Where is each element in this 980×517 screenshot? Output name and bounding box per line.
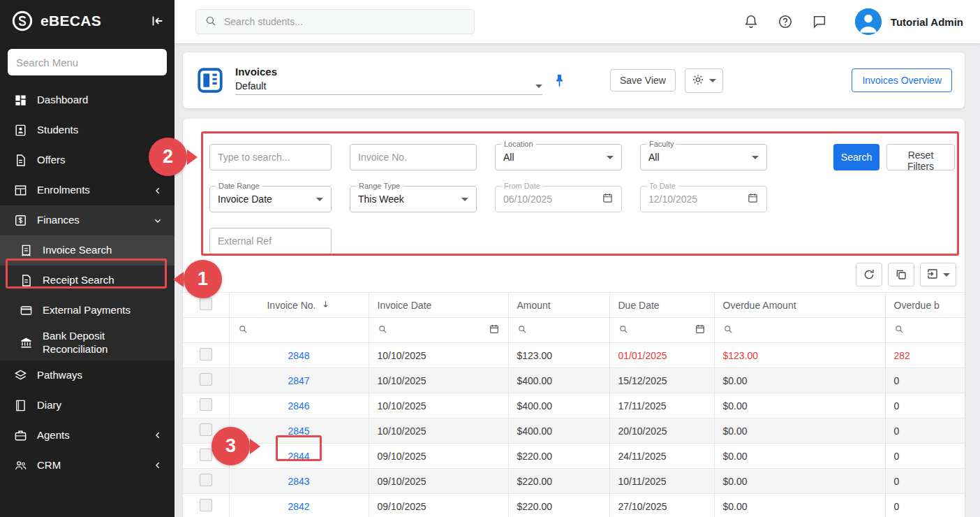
- sidebar-item-students[interactable]: Students: [0, 115, 175, 145]
- column-header-invoice-no[interactable]: Invoice No.: [229, 293, 369, 318]
- student-search-input[interactable]: [224, 16, 454, 27]
- chevron-down-icon: [943, 273, 950, 277]
- bank-deposit-icon: [20, 336, 33, 349]
- view-select[interactable]: Default: [235, 80, 542, 95]
- sidebar-item-receipt-search[interactable]: Receipt Search: [0, 265, 175, 296]
- column-search-icon[interactable]: [723, 324, 734, 337]
- user-menu[interactable]: Tutorial Admin: [855, 8, 963, 35]
- finances-group: Finances Invoice Search Receipt Search E…: [0, 205, 175, 361]
- save-view-button[interactable]: Save View: [610, 69, 676, 92]
- receipt-search-icon: [20, 274, 33, 287]
- invoice-no-input[interactable]: [358, 152, 468, 163]
- invoice-table-body: 2848 10/10/2025 $123.00 01/01/2025 $123.…: [183, 343, 965, 517]
- table-row: 2847 10/10/2025 $400.00 15/12/2025 $0.00…: [183, 368, 965, 393]
- sidebar-item-enrolments[interactable]: Enrolments: [0, 175, 175, 205]
- sidebar-nav: Dashboard Students Offers Enrolments Fin…: [0, 85, 175, 481]
- invoices-overview-button[interactable]: Invoices Overview: [852, 68, 952, 92]
- search-button[interactable]: Search: [833, 144, 879, 170]
- cell-invoice-date: 10/10/2025: [369, 418, 508, 444]
- sidebar-collapse-icon[interactable]: [149, 13, 165, 29]
- location-select[interactable]: Location All: [495, 144, 622, 170]
- column-filter-row: [183, 318, 965, 343]
- type-to-search-field[interactable]: [209, 144, 332, 170]
- column-search-icon[interactable]: [238, 324, 248, 337]
- row-checkbox[interactable]: [200, 398, 212, 411]
- dashboard-icon: [14, 94, 27, 107]
- row-checkbox[interactable]: [200, 373, 212, 386]
- invoice-number-link[interactable]: 2842: [288, 501, 309, 512]
- sidebar-item-external-payments[interactable]: External Payments: [0, 296, 175, 326]
- sidebar-item-pathways[interactable]: Pathways: [0, 361, 175, 391]
- student-search: [195, 9, 475, 34]
- annotation-step-2: 2: [149, 138, 187, 176]
- column-header-overdue-by[interactable]: Overdue b: [885, 293, 965, 318]
- chevron-down-icon: [535, 85, 542, 88]
- row-checkbox[interactable]: [200, 348, 212, 361]
- column-header-overdue-amount[interactable]: Overdue Amount: [714, 293, 885, 318]
- view-select-value: Default: [235, 80, 266, 92]
- table-row: 2845 10/10/2025 $400.00 20/10/2025 $0.00…: [183, 418, 965, 444]
- copy-button[interactable]: [888, 263, 914, 286]
- range-type-select[interactable]: Range Type This Week: [350, 186, 477, 212]
- ebecas-logo-icon: [11, 10, 34, 32]
- column-header-due-date[interactable]: Due Date: [609, 293, 714, 318]
- invoice-number-link[interactable]: 2845: [288, 425, 309, 437]
- diary-icon: [14, 399, 27, 412]
- help-icon[interactable]: [778, 14, 793, 29]
- column-search-icon[interactable]: [618, 324, 629, 337]
- sidebar-item-agents[interactable]: Agents: [0, 421, 175, 451]
- date-range-select[interactable]: Date Range Invoice Date: [209, 186, 332, 212]
- external-ref-field[interactable]: [209, 228, 332, 254]
- cell-amount: $400.00: [508, 368, 609, 393]
- column-calendar-icon[interactable]: [695, 323, 706, 337]
- invoice-number-link[interactable]: 2847: [288, 375, 309, 386]
- sidebar-item-invoice-search[interactable]: Invoice Search: [0, 235, 175, 265]
- cell-amount: $220.00: [508, 494, 609, 517]
- invoice-no-field[interactable]: [350, 144, 477, 170]
- from-date-field[interactable]: From Date 06/10/2025: [495, 186, 622, 212]
- sidebar-item-bank-deposit-reconciliation[interactable]: Bank Deposit Reconciliation: [0, 326, 175, 361]
- column-header-invoice-date[interactable]: Invoice Date: [369, 293, 508, 318]
- invoice-number-link[interactable]: 2843: [288, 476, 309, 487]
- cell-overdue-by: 0: [885, 469, 965, 494]
- pin-icon[interactable]: [552, 73, 567, 88]
- column-search-icon[interactable]: [517, 324, 528, 337]
- select-all-checkbox[interactable]: [200, 298, 212, 310]
- cell-overdue-amount: $0.00: [714, 393, 885, 418]
- filter-row-3: [209, 228, 955, 254]
- invoice-number-link[interactable]: 2848: [288, 350, 309, 361]
- column-header-amount[interactable]: Amount: [508, 293, 609, 318]
- sidebar-search-input[interactable]: [8, 49, 167, 75]
- chevron-down-icon: [607, 156, 614, 159]
- view-settings-button[interactable]: [685, 68, 723, 93]
- to-date-field[interactable]: To Date 12/10/2025: [640, 186, 767, 212]
- export-button[interactable]: [920, 263, 956, 286]
- type-to-search-input[interactable]: [218, 152, 323, 163]
- chat-icon[interactable]: [812, 14, 827, 29]
- table-row: 2846 10/10/2025 $400.00 17/11/2025 $0.00…: [183, 393, 965, 418]
- reset-filters-button[interactable]: Reset Filters: [886, 144, 955, 170]
- external-ref-input[interactable]: [218, 235, 323, 247]
- cell-due-date: 15/12/2025: [609, 368, 714, 393]
- invoice-table: Invoice No. Invoice Date Amount Due Date…: [183, 292, 965, 517]
- sidebar-item-diary[interactable]: Diary: [0, 391, 175, 421]
- row-checkbox[interactable]: [200, 423, 212, 436]
- row-checkbox[interactable]: [200, 474, 212, 486]
- chevron-down-icon: [316, 198, 323, 201]
- row-checkbox[interactable]: [200, 449, 212, 461]
- column-search-icon[interactable]: [894, 324, 905, 337]
- column-calendar-icon[interactable]: [489, 323, 500, 337]
- sidebar-item-dashboard[interactable]: Dashboard: [0, 85, 175, 115]
- column-search-icon[interactable]: [378, 324, 388, 337]
- chevron-down-icon: [752, 156, 759, 159]
- invoice-number-link[interactable]: 2846: [288, 400, 309, 412]
- notifications-bell-icon[interactable]: [743, 14, 759, 29]
- invoice-search-icon: [20, 244, 33, 257]
- refresh-button[interactable]: [856, 263, 882, 286]
- row-checkbox[interactable]: [200, 499, 212, 511]
- faculty-select[interactable]: Faculty All: [640, 144, 767, 170]
- sidebar-item-crm[interactable]: CRM: [0, 451, 175, 481]
- sidebar-item-finances[interactable]: Finances: [0, 205, 175, 235]
- cell-due-date: 17/11/2025: [609, 393, 714, 418]
- invoice-number-link[interactable]: 2844: [288, 451, 309, 462]
